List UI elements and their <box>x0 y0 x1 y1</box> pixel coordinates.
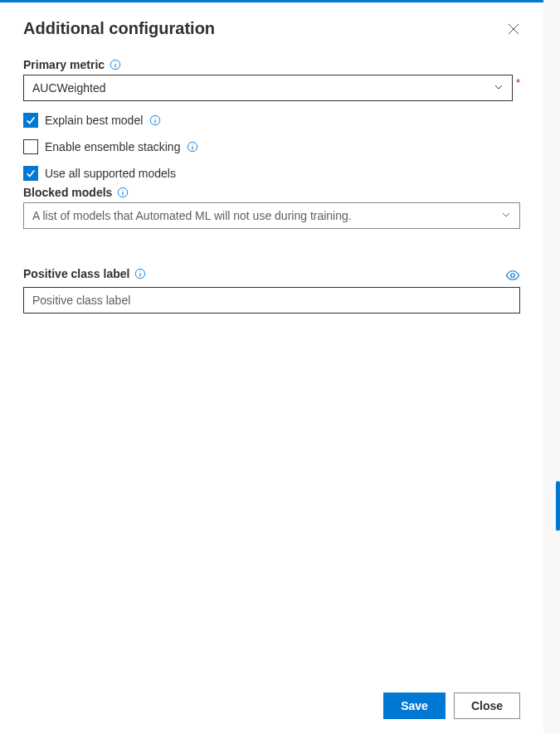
scrollbar-thumb[interactable] <box>556 481 560 531</box>
config-panel: Additional configuration Primary metric <box>0 0 543 734</box>
blocked-models-select[interactable]: A list of models that Automated ML will … <box>23 202 520 229</box>
save-button[interactable]: Save <box>383 693 446 719</box>
use-all-supported-models-row: Use all supported models <box>23 166 520 181</box>
blocked-models-placeholder: A list of models that Automated ML will … <box>32 209 352 222</box>
primary-metric-label: Primary metric <box>23 58 105 71</box>
required-indicator: * <box>516 76 520 89</box>
svg-point-4 <box>115 61 116 62</box>
primary-metric-field: Primary metric AUCWeighted <box>23 58 520 101</box>
blocked-models-label-row: Blocked models <box>23 186 129 199</box>
explain-best-model-label: Explain best model <box>45 114 143 127</box>
primary-metric-select-wrapper: AUCWeighted * <box>23 75 520 101</box>
info-icon[interactable] <box>134 268 146 280</box>
positive-class-label-row: Positive class label <box>23 267 520 284</box>
enable-ensemble-stacking-row: Enable ensemble stacking <box>23 139 520 154</box>
explain-best-model-row: Explain best model <box>23 113 520 128</box>
chevron-down-icon <box>494 81 504 95</box>
info-icon[interactable] <box>187 141 198 153</box>
enable-ensemble-stacking-checkbox[interactable] <box>23 139 38 154</box>
close-icon[interactable] <box>507 22 520 36</box>
blocked-models-label: Blocked models <box>23 186 112 199</box>
positive-class-label-field: Positive class label <box>23 267 520 314</box>
panel-header: Additional configuration <box>0 2 543 50</box>
primary-metric-label-row: Primary metric <box>23 58 121 71</box>
use-all-supported-models-checkbox[interactable] <box>23 166 38 181</box>
svg-point-10 <box>192 143 193 144</box>
positive-class-label-wrap: Positive class label <box>23 267 146 280</box>
close-button[interactable]: Close <box>454 693 520 719</box>
svg-point-13 <box>123 189 124 190</box>
explain-best-model-checkbox[interactable] <box>23 113 38 128</box>
spacer <box>23 236 520 267</box>
enable-ensemble-stacking-label: Enable ensemble stacking <box>45 140 180 153</box>
info-icon[interactable] <box>117 187 129 198</box>
svg-point-7 <box>155 117 156 118</box>
panel-footer: Save Close <box>0 678 543 734</box>
info-icon[interactable] <box>110 59 121 70</box>
use-all-supported-models-label: Use all supported models <box>45 167 176 180</box>
primary-metric-select[interactable]: AUCWeighted <box>23 75 513 101</box>
positive-class-label-input[interactable] <box>23 287 520 314</box>
eye-icon[interactable] <box>505 268 520 283</box>
panel-title: Additional configuration <box>23 19 215 38</box>
svg-point-16 <box>140 270 141 271</box>
chevron-down-icon <box>501 209 511 222</box>
positive-class-label-text: Positive class label <box>23 267 129 280</box>
primary-metric-value: AUCWeighted <box>32 81 105 95</box>
panel-body: Primary metric AUCWeighted <box>0 50 543 678</box>
info-icon[interactable] <box>149 114 161 126</box>
blocked-models-field: Blocked models A list of models that Aut… <box>23 186 520 229</box>
svg-point-17 <box>511 274 515 278</box>
